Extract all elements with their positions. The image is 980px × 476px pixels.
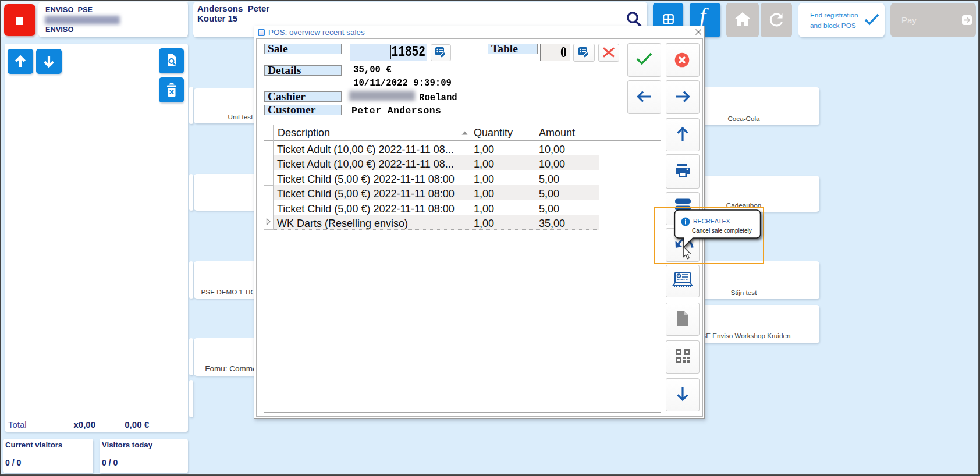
svg-text:$: $ [678,274,680,278]
